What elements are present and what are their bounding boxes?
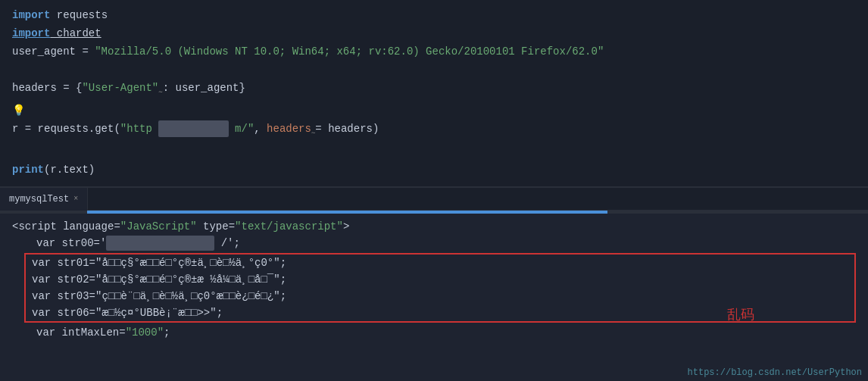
bottom-line-str02: var str02="å□□ç§°æ□□é□°ç®±æ ½å¼□ä¸□å□¯"; xyxy=(26,271,854,288)
keyword-import2: import xyxy=(12,25,50,42)
lightbulb-icon: 💡 xyxy=(12,102,25,119)
blurred-url xyxy=(158,120,228,137)
code-line-8-blank xyxy=(0,142,868,161)
code-line-lightbulb: 💡 xyxy=(0,101,868,120)
url-label: https://blog.csdn.net/UserPython xyxy=(688,367,862,378)
bottom-line-script-tag: <script language= "JavaScript" type= "te… xyxy=(0,218,868,235)
horizontal-scrollbar[interactable] xyxy=(0,211,868,214)
code-line-2: import chardet xyxy=(0,24,868,42)
bottom-code-panel: mymysqlTest × <script language= "JavaScr… xyxy=(0,188,868,381)
code-line-3: user_agent = "Mozilla/5.0 (Windows NT 10… xyxy=(0,42,868,61)
blurred-str00 xyxy=(106,236,214,251)
keyword-print: print xyxy=(12,161,44,178)
bottom-line-str01: var str01="å□□ç§°æ□□é□°ç®±ä¸□è□½ä¸°ç0°"; xyxy=(26,255,854,271)
scroll-thumb xyxy=(87,211,608,214)
tab-label: mymysqlTest xyxy=(9,194,69,205)
code-line-4-blank xyxy=(0,61,868,79)
code-line-9: print (r.text) xyxy=(0,161,868,179)
tab-mymysqltest[interactable]: mymysqlTest × xyxy=(0,188,88,211)
bottom-code-content: <script language= "JavaScript" type= "te… xyxy=(0,215,868,344)
tab-bar: mymysqlTest × xyxy=(0,188,868,211)
tab-close-icon[interactable]: × xyxy=(73,195,78,203)
code-line-7: r = requests.get( "http m/" , headers ∼=… xyxy=(0,120,868,142)
bottom-line-str00: var str00=' /'; xyxy=(0,235,868,251)
top-code-panel: import requests import chardet user_agen… xyxy=(0,0,868,188)
code-line-1: import requests xyxy=(0,6,868,24)
garbled-label: 乱码 xyxy=(727,305,754,323)
bottom-line-intmaxlen: var intMaxLen= "1000" ; xyxy=(0,324,868,341)
keyword-import: import xyxy=(12,7,50,23)
bottom-line-str03: var str03="ç□□è¨□ä¸□è□½ä¸□ç0°æ□□è¿□é□¿"; xyxy=(26,288,854,304)
code-line-5: headers = { "User-Agent" ∼: user_agent } xyxy=(0,79,868,101)
